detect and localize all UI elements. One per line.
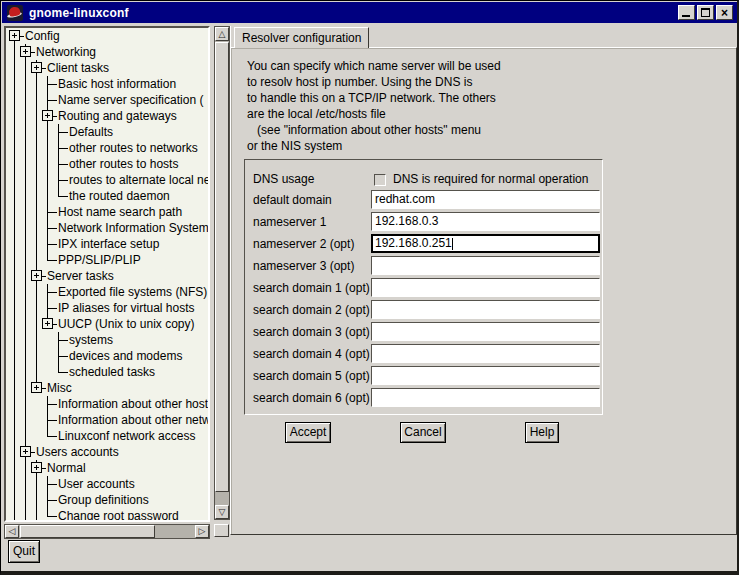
tree-expander-icon[interactable] xyxy=(31,382,42,393)
tree-item-scheduled-tasks[interactable]: scheduled tasks xyxy=(6,364,210,380)
tree-expander-icon[interactable] xyxy=(42,110,53,121)
tree-item-change-root-password[interactable]: Change root password xyxy=(6,508,210,522)
tree-item-exported-file-systems-nfs[interactable]: Exported file systems (NFS) xyxy=(6,284,210,300)
tree-item-label[interactable]: Linuxconf network access xyxy=(58,429,195,443)
tree-item-label[interactable]: the routed daemon xyxy=(69,189,170,203)
default-domain-input[interactable]: redhat.com xyxy=(371,190,600,209)
tree-item-label[interactable]: Users accounts xyxy=(36,445,119,459)
tree-vertical-scrollbar[interactable]: △ ▽ xyxy=(214,26,230,520)
tree-item-label[interactable]: Change root password xyxy=(58,509,179,522)
search-domain-2-opt-input[interactable] xyxy=(371,300,600,319)
minimize-button[interactable] xyxy=(678,5,695,20)
search-domain-5-opt-input[interactable] xyxy=(371,366,600,385)
tree-item-misc[interactable]: Misc xyxy=(6,380,210,396)
scroll-up-icon[interactable]: △ xyxy=(215,27,229,41)
tree-item-label[interactable]: Client tasks xyxy=(47,61,109,75)
gnome-linuxconf-window: gnome-linuxconf × ConfigNetworkingClient… xyxy=(0,0,739,575)
tree-item-label[interactable]: IP aliases for virtual hosts xyxy=(58,301,195,315)
tree-item-label[interactable]: Misc xyxy=(47,381,72,395)
tree-item-network-information-system[interactable]: Network Information System xyxy=(6,220,210,236)
tree-item-basic-host-information[interactable]: Basic host information xyxy=(6,76,210,92)
tree-item-label[interactable]: Server tasks xyxy=(47,269,114,283)
tree-item-label[interactable]: Exported file systems (NFS) xyxy=(58,285,207,299)
tree-item-the-routed-daemon[interactable]: the routed daemon xyxy=(6,188,210,204)
nameserver-1-input[interactable]: 192.168.0.3 xyxy=(371,212,600,231)
tree-item-label[interactable]: routes to alternate local ne xyxy=(69,173,210,187)
tree-item-ip-aliases-for-virtual-hosts[interactable]: IP aliases for virtual hosts xyxy=(6,300,210,316)
tree-expander-icon[interactable] xyxy=(31,462,42,473)
nameserver-2-opt-input[interactable]: 192.168.0.251 xyxy=(371,234,600,253)
tree-item-label[interactable]: scheduled tasks xyxy=(69,365,155,379)
tree-item-label[interactable]: Networking xyxy=(36,45,96,59)
scroll-right-icon[interactable]: ▷ xyxy=(195,525,209,538)
tree-item-group-definitions[interactable]: Group definitions xyxy=(6,492,210,508)
tree-item-devices-and-modems[interactable]: devices and modems xyxy=(6,348,210,364)
tree-item-normal[interactable]: Normal xyxy=(6,460,210,476)
cancel-button[interactable]: Cancel xyxy=(400,422,446,443)
tree-item-ipx-interface-setup[interactable]: IPX interface setup xyxy=(6,236,210,252)
tree-item-label[interactable]: Config xyxy=(25,29,60,43)
titlebar[interactable]: gnome-linuxconf × xyxy=(2,2,737,23)
tree-item-information-about-other-netw[interactable]: Information about other netw xyxy=(6,412,210,428)
tree-item-label[interactable]: UUCP (Unix to unix copy) xyxy=(58,317,195,331)
horizontal-scrollbar-thumb[interactable] xyxy=(20,525,155,538)
tree-item-label[interactable]: IPX interface setup xyxy=(58,237,159,251)
tree-item-routes-to-alternate-local-ne[interactable]: routes to alternate local ne xyxy=(6,172,210,188)
quit-button[interactable]: Quit xyxy=(8,540,40,563)
tree-item-label[interactable]: PPP/SLIP/PLIP xyxy=(58,253,141,267)
nameserver-3-opt-input[interactable] xyxy=(371,256,600,275)
tree-item-label[interactable]: Host name search path xyxy=(58,205,182,219)
dns-required-checkbox[interactable] xyxy=(374,174,386,186)
tree-item-client-tasks[interactable]: Client tasks xyxy=(6,60,210,76)
tree-item-config[interactable]: Config xyxy=(6,28,210,44)
tree-expander-icon[interactable] xyxy=(20,46,31,57)
tree-item-label[interactable]: Group definitions xyxy=(58,493,149,507)
accept-button[interactable]: Accept xyxy=(285,422,331,443)
vertical-scrollbar-thumb[interactable] xyxy=(215,42,229,492)
maximize-button[interactable] xyxy=(697,5,714,20)
tree-item-ppp-slip-plip[interactable]: PPP/SLIP/PLIP xyxy=(6,252,210,268)
scroll-down-icon[interactable]: ▽ xyxy=(215,505,229,519)
tree-item-linuxconf-network-access[interactable]: Linuxconf network access xyxy=(6,428,210,444)
tree-horizontal-scrollbar[interactable]: ◁ ▷ xyxy=(4,524,210,539)
tree-expander-icon[interactable] xyxy=(31,62,42,73)
tree-expander-icon[interactable] xyxy=(20,446,31,457)
tree-item-label[interactable]: Network Information System xyxy=(58,221,209,235)
tree-item-label[interactable]: Normal xyxy=(47,461,86,475)
tree-item-label[interactable]: other routes to hosts xyxy=(69,157,178,171)
tree-item-label[interactable]: Information about other netw xyxy=(58,413,210,427)
search-domain-1-opt-input[interactable] xyxy=(371,278,600,297)
tree-item-user-accounts[interactable]: User accounts xyxy=(6,476,210,492)
search-domain-6-opt-input[interactable] xyxy=(371,388,600,407)
tree-item-networking[interactable]: Networking xyxy=(6,44,210,60)
tree-expander-icon[interactable] xyxy=(42,318,53,329)
tree-item-server-tasks[interactable]: Server tasks xyxy=(6,268,210,284)
search-domain-3-opt-input[interactable] xyxy=(371,322,600,341)
tree-item-label[interactable]: Routing and gateways xyxy=(58,109,177,123)
tree-item-label[interactable]: Name server specification ( xyxy=(58,93,203,107)
tree-item-other-routes-to-networks[interactable]: other routes to networks xyxy=(6,140,210,156)
search-domain-4-opt-input[interactable] xyxy=(371,344,600,363)
tree-item-systems[interactable]: systems xyxy=(6,332,210,348)
tree-item-label[interactable]: Defaults xyxy=(69,125,113,139)
tree-item-defaults[interactable]: Defaults xyxy=(6,124,210,140)
tree-item-uucp-unix-to-unix-copy[interactable]: UUCP (Unix to unix copy) xyxy=(6,316,210,332)
tree-expander-icon[interactable] xyxy=(9,30,20,41)
tree-item-information-about-other-host[interactable]: Information about other host xyxy=(6,396,210,412)
tree-item-users-accounts[interactable]: Users accounts xyxy=(6,444,210,460)
tree-expander-icon[interactable] xyxy=(31,270,42,281)
tab-resolver-configuration[interactable]: Resolver configuration xyxy=(234,27,369,48)
tree-item-label[interactable]: User accounts xyxy=(58,477,135,491)
tree-item-label[interactable]: Basic host information xyxy=(58,77,176,91)
tree-item-label[interactable]: devices and modems xyxy=(69,349,182,363)
tree-item-routing-and-gateways[interactable]: Routing and gateways xyxy=(6,108,210,124)
tree-item-label[interactable]: Information about other host xyxy=(58,397,208,411)
tree-item-other-routes-to-hosts[interactable]: other routes to hosts xyxy=(6,156,210,172)
help-button[interactable]: Help xyxy=(525,422,559,443)
tree-item-label[interactable]: other routes to networks xyxy=(69,141,198,155)
scroll-left-icon[interactable]: ◁ xyxy=(5,525,19,538)
tree-item-name-server-specification[interactable]: Name server specification ( xyxy=(6,92,210,108)
tree-item-host-name-search-path[interactable]: Host name search path xyxy=(6,204,210,220)
tree-item-label[interactable]: systems xyxy=(69,333,113,347)
close-button[interactable]: × xyxy=(716,5,733,20)
